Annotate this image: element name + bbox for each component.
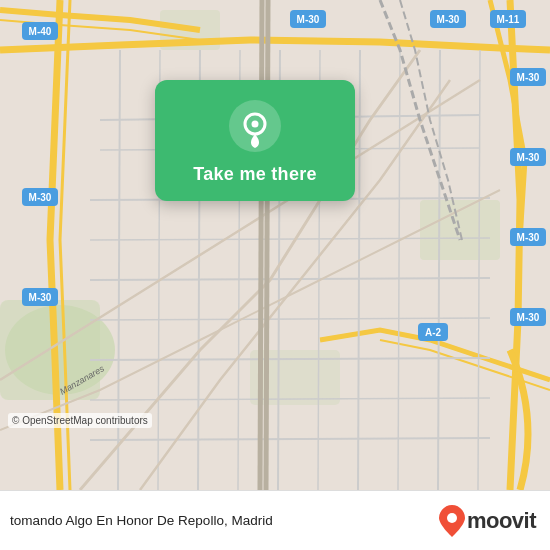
take-me-there-button[interactable]: Take me there (193, 164, 317, 185)
location-text: tomando Algo En Honor De Repollo, Madrid (10, 513, 439, 528)
svg-line-26 (266, 0, 268, 490)
svg-point-52 (252, 121, 259, 128)
svg-text:M-30: M-30 (517, 232, 540, 243)
moovit-pin-icon (439, 505, 465, 537)
svg-text:M-30: M-30 (517, 72, 540, 83)
svg-text:M-30: M-30 (297, 14, 320, 25)
moovit-logo: moovit (439, 505, 536, 537)
svg-text:A-2: A-2 (425, 327, 442, 338)
location-pin-icon (229, 100, 281, 152)
destination-card: Take me there (155, 80, 355, 201)
svg-text:M-30: M-30 (29, 292, 52, 303)
bottom-bar: tomando Algo En Honor De Repollo, Madrid… (0, 490, 550, 550)
svg-text:M-40: M-40 (29, 26, 52, 37)
map-container: M-40 M-30 M-30 M-11 M-30 M-30 M-30 M-30 … (0, 0, 550, 490)
svg-line-25 (260, 0, 262, 490)
osm-credit: © OpenStreetMap contributors (8, 413, 152, 428)
svg-text:M-30: M-30 (517, 152, 540, 163)
svg-text:M-30: M-30 (437, 14, 460, 25)
moovit-label: moovit (467, 508, 536, 534)
svg-text:M-11: M-11 (497, 14, 520, 25)
svg-text:M-30: M-30 (517, 312, 540, 323)
svg-point-53 (447, 513, 457, 523)
svg-text:M-30: M-30 (29, 192, 52, 203)
